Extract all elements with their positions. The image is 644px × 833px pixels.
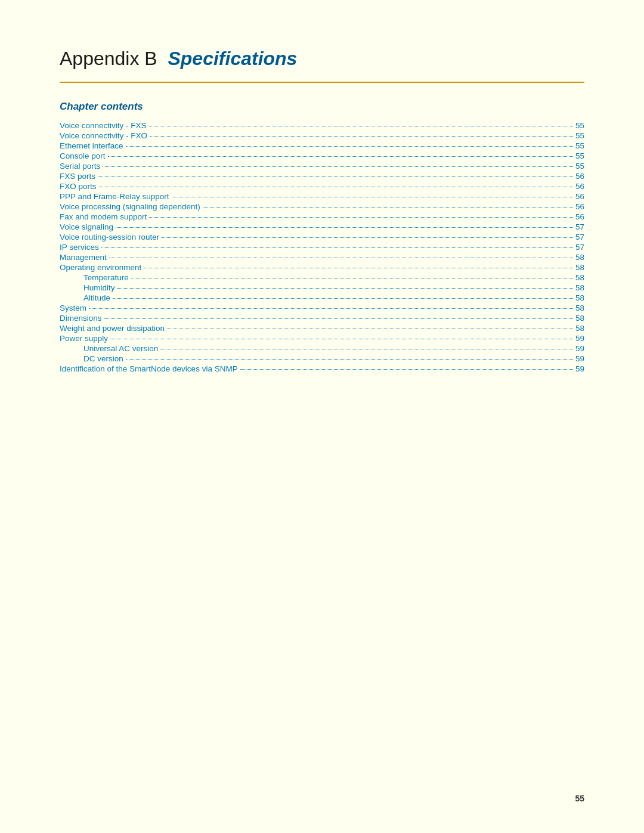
toc-link[interactable]: Dimensions [60, 314, 102, 323]
toc-link[interactable]: Voice routing-session router [60, 233, 159, 241]
page-title: Appendix B Specifications [60, 48, 584, 70]
toc-item[interactable]: System58 [60, 304, 584, 312]
toc-page-number: 59 [575, 354, 584, 363]
toc-item[interactable]: Voice routing-session router57 [60, 233, 584, 241]
title-divider [60, 82, 584, 83]
toc-dots [149, 217, 573, 218]
toc-dots [103, 166, 573, 167]
toc-page-number: 58 [575, 253, 584, 262]
toc-link[interactable]: Identification of the SmartNode devices … [60, 364, 238, 373]
toc-item[interactable]: Console port55 [60, 151, 584, 160]
toc-link[interactable]: Altitude [83, 293, 110, 302]
toc-item[interactable]: Operating environment58 [60, 263, 584, 272]
toc-dots [101, 247, 573, 248]
toc-page-number: 56 [575, 212, 584, 221]
toc-link[interactable]: Universal AC version [83, 344, 158, 353]
heading-prefix: Appendix B [60, 48, 157, 69]
toc-dots [98, 176, 573, 177]
toc-page-number: 58 [575, 304, 584, 312]
toc-dots [172, 197, 573, 197]
toc-item[interactable]: Universal AC version59 [60, 344, 584, 353]
toc-link[interactable]: System [60, 304, 86, 312]
toc-dots [109, 258, 573, 258]
toc-dots [167, 329, 573, 329]
toc-page-number: 58 [575, 293, 584, 302]
toc-link[interactable]: FXS ports [60, 172, 95, 181]
toc-dots [108, 156, 573, 157]
toc-link[interactable]: Ethernet interface [60, 141, 123, 150]
toc-page-number: 56 [575, 182, 584, 191]
heading-title: Specifications [168, 48, 297, 69]
toc-item[interactable]: Voice connectivity - FXS55 [60, 121, 584, 130]
toc-link[interactable]: FXO ports [60, 182, 97, 191]
toc-item[interactable]: Temperature58 [60, 273, 584, 282]
toc-dots [126, 359, 573, 360]
toc-item[interactable]: Humidity58 [60, 283, 584, 292]
toc-link[interactable]: Console port [60, 151, 106, 160]
toc-page-number: 56 [575, 192, 584, 201]
toc-link[interactable]: Humidity [83, 283, 115, 292]
toc-list: Voice connectivity - FXS55Voice connecti… [60, 121, 584, 373]
toc-item[interactable]: Fax and modem support56 [60, 212, 584, 221]
toc-item[interactable]: FXO ports56 [60, 182, 584, 191]
toc-page-number: 59 [575, 344, 584, 353]
toc-dots [116, 227, 573, 228]
toc-item[interactable]: FXS ports56 [60, 172, 584, 181]
toc-link[interactable]: Serial ports [60, 162, 100, 171]
toc-page-number: 58 [575, 324, 584, 333]
toc-item[interactable]: Serial ports55 [60, 162, 584, 171]
toc-link[interactable]: Voice connectivity - FXS [60, 121, 147, 130]
toc-page-number: 55 [575, 121, 584, 130]
toc-dots [89, 308, 573, 309]
toc-item[interactable]: Power supply59 [60, 334, 584, 343]
toc-link[interactable]: Fax and modem support [60, 212, 147, 221]
page-number: 55 [575, 794, 584, 803]
toc-dots [99, 187, 573, 187]
toc-item[interactable]: Management58 [60, 253, 584, 262]
toc-link[interactable]: Voice signaling [60, 222, 113, 231]
chapter-contents-title: Chapter contents [60, 101, 584, 113]
toc-item[interactable]: DC version59 [60, 354, 584, 363]
toc-dots [160, 349, 573, 349]
toc-item[interactable]: Dimensions58 [60, 314, 584, 323]
toc-page-number: 55 [575, 141, 584, 150]
toc-item[interactable]: Identification of the SmartNode devices … [60, 364, 584, 373]
toc-dots [203, 207, 573, 208]
toc-page-number: 57 [575, 222, 584, 231]
toc-item[interactable]: IP services57 [60, 243, 584, 252]
toc-link[interactable]: Management [60, 253, 107, 262]
toc-item[interactable]: Voice processing (signaling dependent)56 [60, 202, 584, 211]
toc-page-number: 59 [575, 364, 584, 373]
toc-dots [150, 136, 573, 137]
toc-link[interactable]: Voice processing (signaling dependent) [60, 202, 200, 211]
toc-page-number: 56 [575, 172, 584, 181]
toc-dots [110, 339, 573, 339]
toc-item[interactable]: PPP and Frame-Relay support56 [60, 192, 584, 201]
toc-link[interactable]: PPP and Frame-Relay support [60, 192, 169, 201]
toc-page-number: 58 [575, 283, 584, 292]
toc-dots [104, 318, 573, 319]
toc-page-number: 57 [575, 233, 584, 241]
toc-dots [162, 237, 573, 238]
toc-item[interactable]: Altitude58 [60, 293, 584, 302]
toc-page-number: 58 [575, 314, 584, 323]
toc-link[interactable]: Temperature [83, 273, 129, 282]
toc-page-number: 55 [575, 162, 584, 171]
toc-page-number: 57 [575, 243, 584, 252]
toc-link[interactable]: Weight and power dissipation [60, 324, 165, 333]
toc-item[interactable]: Voice signaling57 [60, 222, 584, 231]
page-container: Appendix B Specifications Chapter conten… [0, 0, 644, 422]
toc-page-number: 56 [575, 202, 584, 211]
toc-item[interactable]: Weight and power dissipation58 [60, 324, 584, 333]
toc-page-number: 59 [575, 334, 584, 343]
toc-dots [131, 278, 573, 278]
toc-link[interactable]: Power supply [60, 334, 108, 343]
toc-item[interactable]: Voice connectivity - FXO55 [60, 131, 584, 140]
toc-page-number: 58 [575, 263, 584, 272]
toc-link[interactable]: DC version [83, 354, 123, 363]
toc-link[interactable]: IP services [60, 243, 99, 252]
toc-link[interactable]: Operating environment [60, 263, 141, 272]
toc-dots [149, 126, 573, 126]
toc-link[interactable]: Voice connectivity - FXO [60, 131, 147, 140]
toc-item[interactable]: Ethernet interface55 [60, 141, 584, 150]
